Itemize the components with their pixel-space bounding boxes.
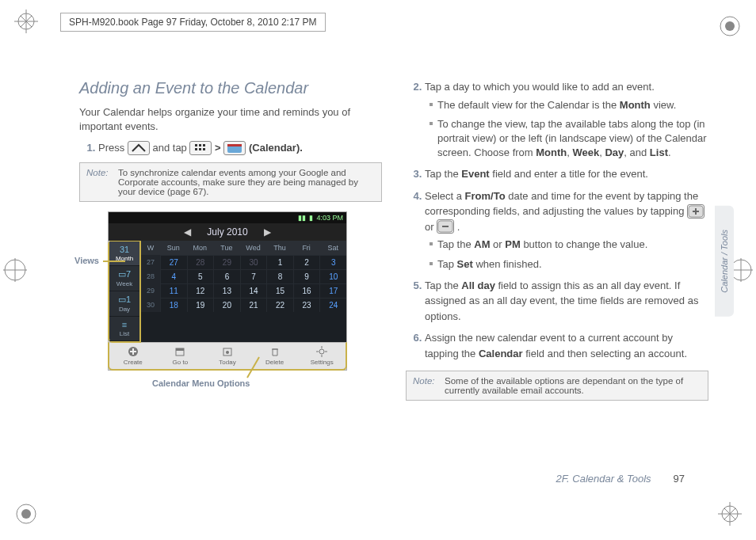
section-title: Adding an Event to the Calendar [79,79,382,97]
svg-rect-23 [195,148,197,150]
tab-day[interactable]: ▭1Day [109,291,139,317]
note-label: Note: [413,376,440,395]
note-text: Some of the available options are depend… [445,376,701,395]
svg-rect-27 [227,144,242,146]
calendar-day[interactable]: 19 [187,298,214,312]
calendar-month-title: July 2010 [207,226,247,238]
tab-list[interactable]: ≡List [109,317,139,341]
crop-mark-icon [3,258,27,282]
calendar-day[interactable]: 27 [160,255,187,269]
crop-mark-icon [14,10,38,33]
callout-leader-line [103,260,125,262]
calendar-day: 24 [319,298,346,312]
prev-month-button[interactable]: ◀ [184,226,191,238]
step-3: Tap the Event field and enter a title fo… [425,166,708,182]
status-bar: ▮▮ ▮ 4:03 PM [109,212,346,223]
menu-today[interactable]: Today [204,343,251,369]
menu-settings[interactable]: Settings [298,343,346,369]
chapter-title: 2F. Calendar & Tools [556,473,651,485]
menu-goto[interactable]: Go to [157,343,204,369]
svg-rect-21 [199,144,201,146]
callout-views: Views [74,256,99,265]
next-month-button[interactable]: ▶ [264,226,271,238]
calendar-day[interactable]: 20 [213,298,240,312]
calendar-day[interactable]: 15 [266,283,293,298]
callout-menu-options: Calendar Menu Options [152,378,250,388]
calendar-day: 11 [160,283,187,298]
svg-point-32 [226,351,229,354]
calendar-day[interactable]: 6 [213,269,240,283]
svg-point-33 [319,349,324,354]
crop-mark-icon [718,14,742,38]
page-footer: 2F. Calendar & Tools 97 [556,473,685,485]
step-4: Select a From/To date and time for the e… [425,188,708,272]
menu-create[interactable]: Create [109,343,157,369]
page-number: 97 [674,473,685,485]
calendar-day[interactable]: 14 [240,283,267,298]
calendar-day: 3 [319,255,346,269]
calendar-day[interactable]: 12 [187,283,214,298]
step-1: Press and tap > (Calendar). [98,140,382,156]
calendar-header: ◀ July 2010 ▶ [109,223,346,241]
calendar-day[interactable]: 5 [187,269,214,283]
crop-mark-icon [14,502,38,526]
calendar-day: 10 [319,269,346,283]
svg-rect-25 [203,148,205,150]
calendar-day: 4 [160,269,187,283]
calendar-day: 17 [319,283,346,298]
svg-point-8 [21,509,31,519]
minus-button-icon [437,219,454,234]
tab-month[interactable]: 31Month [109,241,139,266]
tab-week[interactable]: ▭7Week [109,266,139,291]
crop-mark-icon [718,502,742,526]
home-key-icon [128,141,150,155]
svg-rect-20 [195,144,197,146]
step-2-sub-b: To change the view, tap the available ta… [430,117,708,161]
signal-icon: ▮▮ [298,214,306,222]
step-2-sub-a: The default view for the Calendar is the… [430,98,708,112]
calendar-day[interactable]: 30 [240,255,267,269]
svg-rect-30 [176,348,184,351]
calendar-app-icon [223,141,246,155]
note-box: Note: To synchronize calendar events amo… [79,162,382,202]
calendar-day[interactable]: 16 [293,283,320,298]
note-label: Note: [86,168,113,196]
battery-icon: ▮ [309,214,313,222]
calendar-day[interactable]: 7 [240,269,267,283]
calendar-menu-options: Create Go to Today Delete Settings [108,342,347,371]
running-header: SPH-M920.book Page 97 Friday, October 8,… [60,13,326,32]
calendar-day[interactable]: 21 [240,298,267,312]
calendar-screenshot: ▮▮ ▮ 4:03 PM ◀ July 2010 ▶ 31Month ▭7Wee… [108,211,347,371]
svg-rect-24 [199,148,201,150]
section-thumb-tab: Calendar / Tools [715,206,734,317]
step-2: Tap a day to which you would like to add… [425,79,708,160]
note-text: To synchronize calendar events among you… [118,168,375,196]
plus-button-icon [687,204,704,219]
step-4-sub-b: Tap Set when finished. [430,257,708,272]
calendar-day[interactable]: 8 [266,269,293,283]
apps-grid-icon [189,141,212,155]
calendar-day[interactable]: 29 [213,255,240,269]
step-4-sub-a: Tap the AM or PM button to change the va… [430,238,708,252]
status-time: 4:03 PM [316,214,343,222]
calendar-day: 18 [160,298,187,312]
note-box: Note: Some of the available options are … [406,371,708,401]
calendar-day[interactable]: 22 [266,298,293,312]
calendar-day[interactable]: 2 [293,255,320,269]
calendar-day[interactable]: 28 [187,255,214,269]
calendar-day[interactable]: 9 [293,269,320,283]
calendar-grid[interactable]: WSunMonTueWedThuFriSat272728293012328456… [141,241,346,342]
intro-text: Your Calendar helps organize your time a… [79,105,382,134]
calendar-day[interactable]: 23 [293,298,320,312]
view-tabs: 31Month ▭7Week ▭1Day ≡List [108,240,141,343]
calendar-day[interactable]: 1 [266,255,293,269]
svg-rect-22 [203,144,205,146]
step-5: Tap the All day field to assign this as … [425,278,708,325]
calendar-day[interactable]: 13 [213,283,240,298]
svg-point-6 [725,21,735,31]
step-6: Assign the new calendar event to a curre… [425,330,708,361]
